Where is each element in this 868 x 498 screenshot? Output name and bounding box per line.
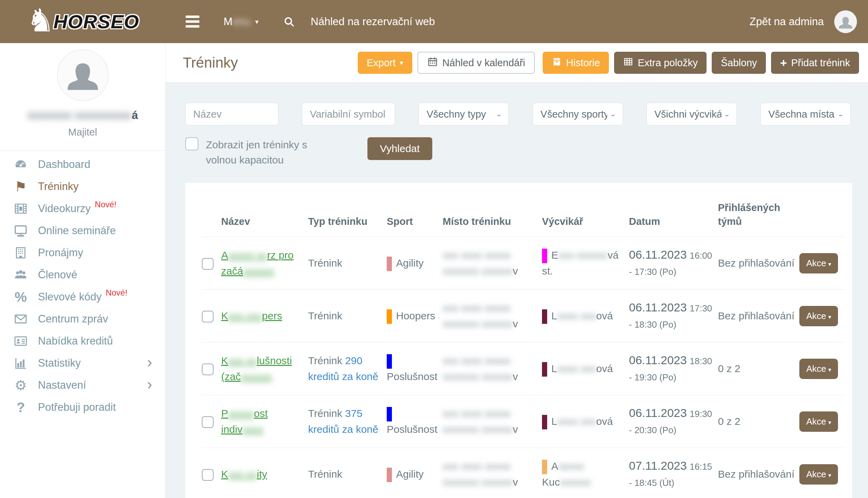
chevron-down-icon: ⌄ — [609, 111, 616, 118]
training-place: xxx xxxx xxxxxxxxxxxx xxxxxxv — [443, 342, 542, 395]
sidebar-item-treninky[interactable]: ⚑ Tréninky — [0, 176, 165, 198]
trainer-cell: Lxxxx xxxová — [542, 395, 629, 448]
sidebar: xxxxxxx xxxxxxxxxá Majitel Dashboard ⚑ T… — [0, 43, 166, 498]
chevron-down-icon: ⌄ — [723, 111, 730, 118]
trainer-filter-select[interactable]: Všichni výcvikáři⌄ — [647, 103, 737, 126]
back-to-admin-link[interactable]: Zpět na admina — [750, 16, 824, 28]
training-name-link[interactable]: Kxxx xxity — [221, 468, 267, 480]
sidebar-item-clenove[interactable]: Členové — [0, 264, 165, 286]
preview-web-link[interactable]: Náhled na rezervační web — [311, 16, 435, 28]
table-row: Kxxx xxxpers Trénink Hoopers xxx xxxx xx… — [202, 290, 845, 342]
search-icon[interactable] — [283, 16, 295, 28]
chevron-down-icon: ⌄ — [495, 111, 502, 118]
add-training-button[interactable]: +Přidat trénink — [771, 52, 859, 74]
export-button[interactable]: Export▾ — [358, 52, 412, 74]
type-filter-select[interactable]: Všechny typy⌄ — [418, 103, 509, 126]
bar-chart-icon — [12, 356, 29, 370]
user-avatar[interactable] — [834, 10, 857, 33]
caret-down-icon: ▾ — [400, 59, 403, 67]
trainings-table: NázevTyp tréninkuSportMísto tréninkuVýcv… — [202, 195, 845, 498]
training-name-link[interactable]: Axxxxx xxrz pro začáxxxxxx — [221, 249, 294, 277]
filters: Všechny typy⌄Všechny sporty⌄Všichni výcv… — [166, 83, 868, 126]
teams-status: Bez přihlašování — [718, 290, 799, 342]
row-checkbox[interactable] — [202, 311, 214, 322]
training-name-link[interactable]: Pxxxxxost indivxxxx — [221, 408, 268, 435]
row-checkbox[interactable] — [202, 258, 214, 270]
table-grid-icon — [623, 57, 633, 69]
plus-icon: + — [780, 57, 787, 69]
teams-status: 0 z 2 — [718, 395, 799, 448]
search-submit-button[interactable]: Vyhledat — [367, 137, 432, 160]
sidebar-menu: Dashboard ⚑ Tréninky Videokurzy Nové! On… — [0, 151, 165, 418]
page-header: Tréninky Export▾ Náhled v kalendáři Hist… — [166, 43, 868, 83]
teams-status: 0 z 2 — [718, 342, 799, 395]
gauge-icon — [12, 157, 29, 172]
sport-color-bar — [387, 407, 392, 421]
brand-name: HORSEO — [53, 10, 139, 33]
row-checkbox[interactable] — [202, 363, 214, 375]
sidebar-item-nabidka-kreditu[interactable]: Nabídka kreditů — [0, 330, 165, 352]
nav-dropdown[interactable]: Menu ▾ — [224, 16, 259, 28]
training-date: 07.11.2023 16:15 - 18:45 (Út) — [629, 448, 718, 498]
sidebar-item-dashboard[interactable]: Dashboard — [0, 153, 165, 176]
akce-button[interactable]: Akce▾ — [799, 306, 838, 326]
extra-items-button[interactable]: Extra položky — [614, 52, 707, 74]
app-logo[interactable]: ♞ HORSEO — [0, 6, 166, 38]
sidebar-item-statistiky[interactable]: Statistiky › — [0, 352, 165, 374]
calendar-preview-button[interactable]: Náhled v kalendáři — [417, 52, 535, 74]
sidebar-item-online-seminare[interactable]: Online semináře — [0, 220, 165, 242]
calendar-icon — [427, 56, 438, 70]
chevron-right-icon: › — [147, 355, 152, 370]
sport-color-bar — [387, 468, 392, 482]
training-date: 06.11.2023 16:00 - 17:30 (Po) — [629, 237, 718, 290]
monitor-icon — [12, 223, 29, 238]
free-capacity-checkbox[interactable] — [185, 137, 198, 150]
history-button[interactable]: Historie — [543, 52, 609, 74]
building-icon — [12, 246, 29, 260]
trainer-cell: Lxxxx xxxová — [542, 290, 629, 342]
profile-avatar[interactable] — [57, 49, 109, 101]
trainer-cell: Exxx xxxxxxvást. — [542, 237, 629, 290]
sidebar-item-pronajmy[interactable]: Pronájmy — [0, 242, 165, 264]
sport-cell: Poslušnost — [387, 342, 443, 395]
people-icon — [12, 268, 29, 282]
variable-symbol-input[interactable] — [302, 103, 395, 126]
sidebar-item-slevove-kody[interactable]: % Slevové kódy Nové! — [0, 286, 165, 308]
akce-button[interactable]: Akce▾ — [799, 253, 838, 273]
training-name-link[interactable]: Kxxx xxxpers — [221, 310, 282, 321]
trainer-color-bar — [542, 415, 547, 429]
caret-down-icon: ▾ — [828, 419, 831, 426]
hamburger-menu-icon[interactable] — [183, 13, 202, 30]
training-place: xxx xxxx xxxxxxxxxxxx xxxxxxv — [443, 395, 542, 448]
topbar: ♞ HORSEO Menu ▾ Náhled na rezervační web… — [0, 0, 868, 43]
sidebar-item-centrum-zprav[interactable]: Centrum zpráv — [0, 308, 165, 330]
training-date: 06.11.2023 19:30 - 20:30 (Po) — [629, 395, 718, 448]
page-title: Tréninky — [183, 54, 238, 71]
akce-button[interactable]: Akce▾ — [799, 411, 838, 432]
main-content: Tréninky Export▾ Náhled v kalendáři Hist… — [166, 43, 868, 498]
row-checkbox[interactable] — [202, 469, 214, 481]
horse-logo-icon: ♞ — [26, 4, 55, 36]
row-checkbox[interactable] — [202, 416, 214, 428]
column-header: Datum — [629, 195, 718, 237]
training-name-link[interactable]: Kxxx xxlušnosti (začxxxxxx — [221, 355, 292, 382]
trainer-color-bar — [542, 249, 547, 263]
akce-button[interactable]: Akce▾ — [799, 464, 838, 485]
column-header: Sport — [387, 195, 443, 237]
sidebar-item-videokurzy[interactable]: Videokurzy Nové! — [0, 198, 165, 220]
name-filter-input[interactable] — [185, 103, 278, 126]
sport-cell: Hoopers — [387, 290, 443, 342]
sidebar-item-nastaveni[interactable]: ⚙ Nastavení › — [0, 374, 165, 396]
teams-status: Bez přihlašování — [718, 448, 799, 498]
place-filter-select[interactable]: Všechna místa⌄ — [760, 103, 851, 126]
caret-down-icon: ▾ — [828, 472, 831, 479]
training-date: 06.11.2023 17:30 - 18:30 (Po) — [629, 290, 718, 342]
table-row: Kxxx xxity Trénink Agility xxx xxxx xxxx… — [202, 448, 845, 498]
envelope-icon — [12, 312, 29, 326]
sidebar-item-potrebuji-poradit[interactable]: ? Potřebuji poradit — [0, 396, 165, 418]
sport-filter-select[interactable]: Všechny sporty⌄ — [533, 103, 623, 126]
sport-color-bar — [387, 309, 392, 324]
templates-button[interactable]: Šablony — [712, 52, 766, 74]
sport-color-bar — [387, 257, 392, 271]
akce-button[interactable]: Akce▾ — [799, 359, 838, 379]
